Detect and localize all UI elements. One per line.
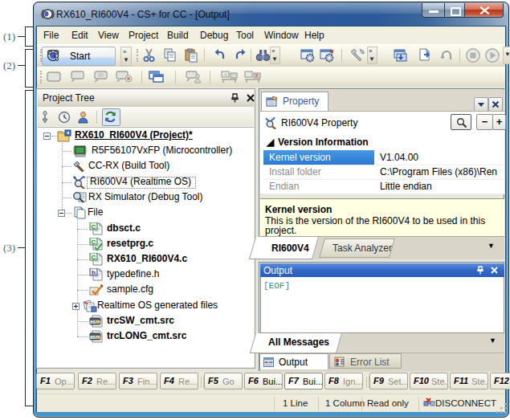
svg-text:h: h xyxy=(92,269,96,276)
svg-text:C: C xyxy=(92,223,96,230)
svg-text:asm: asm xyxy=(90,334,100,340)
svg-text:asm: asm xyxy=(90,319,100,324)
svg-text:C: C xyxy=(92,239,96,246)
svg-text:C: C xyxy=(92,254,96,261)
